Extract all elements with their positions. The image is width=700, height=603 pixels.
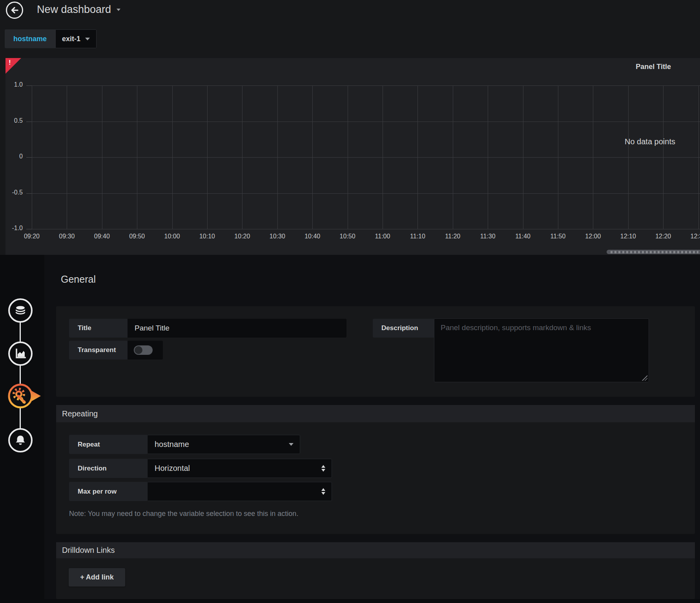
sidebar-tab-visualization[interactable] bbox=[8, 341, 33, 366]
sidebar-tab-alert[interactable] bbox=[8, 428, 33, 452]
toggle-track bbox=[134, 345, 153, 355]
dashboard-title: New dashboard bbox=[37, 4, 111, 16]
gridline-vertical bbox=[453, 85, 453, 229]
gridline-vertical bbox=[242, 85, 242, 229]
repeating-section-header: Repeating bbox=[56, 405, 695, 422]
dashboard-top-region: New dashboard hostname exit-1 1.00.50-0.… bbox=[0, 0, 700, 255]
sidebar-tab-queries[interactable] bbox=[8, 298, 33, 323]
gridline-vertical bbox=[277, 85, 278, 229]
gridline-horizontal bbox=[32, 229, 700, 229]
gridline-horizontal bbox=[32, 193, 700, 194]
gridline-vertical bbox=[417, 85, 418, 229]
bell-icon bbox=[14, 434, 27, 447]
repeating-heading: Repeating bbox=[62, 409, 98, 418]
x-axis-tick-label: 10:30 bbox=[262, 233, 293, 240]
x-axis-tick-label: 11:40 bbox=[507, 233, 539, 240]
drilldown-section-header: Drilldown Links bbox=[56, 542, 695, 558]
gridline-vertical bbox=[207, 85, 208, 229]
y-tick-mark bbox=[26, 122, 32, 122]
scrollbar-dots bbox=[611, 251, 698, 253]
x-axis-tick-label: 12:00 bbox=[577, 233, 609, 240]
plot-area: 1.00.50-0.5-1.009:2009:3009:4009:5010:00… bbox=[5, 58, 700, 255]
toggle-knob bbox=[135, 346, 142, 354]
gridline-vertical bbox=[628, 85, 629, 229]
gridline-vertical bbox=[32, 85, 32, 229]
x-axis-tick-label: 09:50 bbox=[121, 233, 153, 240]
template-variable: hostname exit-1 bbox=[5, 29, 97, 48]
chevron-down-icon bbox=[289, 443, 293, 446]
chart-icon bbox=[14, 347, 27, 360]
gridline-vertical bbox=[698, 85, 699, 229]
x-axis-tick-label: 10:10 bbox=[191, 233, 223, 240]
x-axis-tick-label: 11:00 bbox=[367, 233, 398, 240]
repeat-value: hostname bbox=[155, 440, 189, 449]
exclamation-icon: ! bbox=[9, 59, 11, 66]
drilldown-card: +Add link bbox=[56, 558, 695, 599]
back-button[interactable] bbox=[6, 2, 23, 19]
general-options-card: Title Transparent Description bbox=[56, 306, 695, 397]
max-per-row-select[interactable] bbox=[147, 482, 332, 501]
direction-select[interactable]: Horizontal bbox=[147, 459, 332, 478]
gridline-horizontal bbox=[32, 122, 700, 122]
x-axis-tick-label: 10:00 bbox=[157, 233, 188, 240]
repeating-options-card: Repeat hostname Direction Horizontal Max… bbox=[56, 422, 695, 534]
y-tick-mark bbox=[26, 193, 32, 194]
y-tick-mark bbox=[26, 229, 32, 229]
title-field-label: Title bbox=[69, 319, 128, 338]
x-axis-tick-label: 10:50 bbox=[332, 233, 363, 240]
x-axis-tick-label: 11:50 bbox=[542, 233, 574, 240]
sidebar-rail-line bbox=[20, 311, 21, 440]
gridline-vertical bbox=[102, 85, 102, 229]
add-link-button[interactable]: +Add link bbox=[69, 568, 125, 587]
description-textarea[interactable] bbox=[434, 318, 649, 382]
add-link-label: Add link bbox=[86, 573, 114, 581]
gridline-vertical bbox=[312, 85, 313, 229]
database-icon bbox=[14, 304, 27, 317]
x-axis-tick-label: 09:30 bbox=[51, 233, 82, 240]
gridline-vertical bbox=[383, 85, 383, 229]
dashboard-title-dropdown[interactable]: New dashboard bbox=[37, 4, 120, 16]
direction-value: Horizontal bbox=[155, 464, 190, 473]
y-axis-tick-label: -0.5 bbox=[5, 189, 23, 196]
panel-error-corner[interactable] bbox=[5, 58, 21, 74]
y-tick-mark bbox=[26, 157, 32, 158]
gridline-vertical bbox=[348, 85, 348, 229]
sidebar-tab-general[interactable] bbox=[5, 381, 43, 411]
gridline-vertical bbox=[558, 85, 558, 229]
x-axis-tick-label: 10:20 bbox=[226, 233, 258, 240]
description-field-label: Description bbox=[373, 319, 434, 338]
y-axis-tick-label: -1.0 bbox=[5, 225, 23, 232]
graph-panel: 1.00.50-0.5-1.009:2009:3009:4009:5010:00… bbox=[5, 58, 700, 255]
gridline-vertical bbox=[172, 85, 173, 229]
general-section-heading: General bbox=[61, 274, 96, 285]
x-axis-tick-label: 10:40 bbox=[297, 233, 328, 240]
drilldown-heading: Drilldown Links bbox=[62, 546, 115, 555]
gridline-vertical bbox=[523, 85, 523, 229]
max-per-row-field-label: Max per row bbox=[69, 482, 147, 501]
horizontal-scrollbar[interactable] bbox=[607, 250, 700, 254]
variable-value: exit-1 bbox=[62, 35, 80, 43]
repeat-field-label: Repeat bbox=[69, 435, 147, 454]
y-tick-mark bbox=[26, 85, 32, 86]
chevron-down-icon bbox=[85, 38, 90, 40]
y-axis-tick-label: 1.0 bbox=[5, 81, 23, 88]
x-axis-tick-label: 12:20 bbox=[647, 233, 679, 240]
variable-value-dropdown[interactable]: exit-1 bbox=[55, 29, 97, 48]
panel-title-input[interactable] bbox=[128, 319, 346, 338]
x-axis-tick-label: 09:40 bbox=[86, 233, 118, 240]
gridline-horizontal bbox=[32, 157, 700, 158]
no-data-message: No data points bbox=[625, 137, 675, 146]
resize-handle-icon[interactable] bbox=[642, 375, 647, 381]
x-axis-tick-label: 11:30 bbox=[472, 233, 503, 240]
gear-wrench-icon bbox=[5, 381, 43, 411]
spinner-arrows-icon bbox=[321, 465, 325, 472]
gridline-vertical bbox=[137, 85, 137, 229]
gridline-vertical bbox=[663, 85, 664, 229]
panel-title[interactable]: Panel Title bbox=[636, 63, 671, 71]
y-axis-tick-label: 0 bbox=[5, 153, 23, 160]
transparent-toggle[interactable] bbox=[128, 341, 163, 360]
repeat-select[interactable]: hostname bbox=[147, 435, 300, 454]
x-axis-tick-label: 12:30 bbox=[683, 233, 700, 240]
gridline-vertical bbox=[593, 85, 593, 229]
transparent-field-label: Transparent bbox=[69, 341, 128, 360]
